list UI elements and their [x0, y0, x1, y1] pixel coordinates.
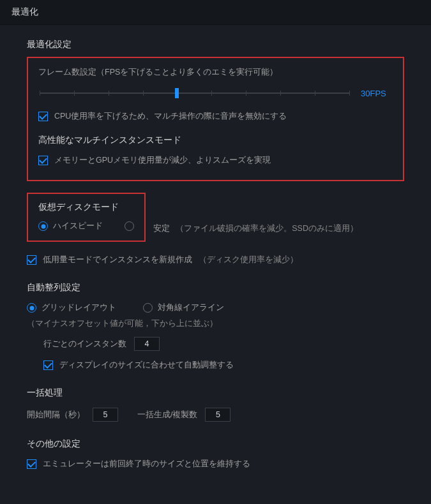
- remember-row: エミュレーターは前回終了時のサイズと位置を維持する: [27, 459, 404, 470]
- remember-checkbox[interactable]: [27, 459, 36, 469]
- mute-audio-checkbox[interactable]: [38, 112, 48, 121]
- align-diagonal-radio[interactable]: [143, 303, 153, 313]
- low-usage-row: 低用量モードでインスタンスを新規作成 （ディスク使用率を減少）: [27, 255, 404, 265]
- remember-label: エミュレーターは前回終了時のサイズと位置を維持する: [43, 459, 250, 470]
- fps-slider[interactable]: [40, 87, 349, 100]
- batch-interval-input[interactable]: 5: [93, 408, 118, 422]
- per-row-input[interactable]: 4: [134, 337, 160, 351]
- per-row-label: 行ごとのインスタン数: [43, 339, 126, 350]
- disk-stable-note: （ファイル破損の確率を減少。SSDのみに適用）: [176, 224, 358, 233]
- align-diagonal-note: （マイナスオフセット値が可能，下から上に並ぶ）: [27, 318, 218, 329]
- other-section: その他の設定 エミュレーターは前回終了時のサイズと位置を維持する: [27, 438, 404, 470]
- content-area: 最適化設定 フレーム数設定（FPSを下げることより多くのエミを実行可能） 30F…: [0, 25, 431, 487]
- fps-slider-row: 30FPS: [38, 87, 393, 100]
- disk-stable-label: 安定: [153, 224, 170, 233]
- align-indent: 行ごとのインスタン数 4 ディスプレイのサイズに合わせて自動調整する: [27, 337, 404, 371]
- disk-stable-radio[interactable]: [125, 221, 134, 231]
- optimization-highlight-box: フレーム数設定（FPSを下げることより多くのエミを実行可能） 30FPS CPU…: [27, 57, 404, 181]
- align-grid-radio[interactable]: [27, 303, 36, 313]
- align-diagonal-label: 対角線イアライン: [158, 302, 224, 313]
- perf-mode-label: メモリーとGPUメモリ使用量が減少、よりスムーズを実現: [54, 155, 271, 166]
- frame-rate-label: フレーム数設定（FPSを下げることより多くのエミを実行可能）: [38, 67, 393, 78]
- disk-hispeed-radio[interactable]: [38, 221, 48, 231]
- disk-hispeed-label: ハイスピード: [53, 221, 103, 232]
- align-title: 自動整列設定: [27, 282, 404, 293]
- autofit-row: ディスプレイのサイズに合わせて自動調整する: [43, 360, 404, 371]
- align-section: 自動整列設定 グリッドレイアウト 対角線イアライン （マイナスオフセット値が可能…: [27, 282, 404, 371]
- fps-slider-thumb[interactable]: [175, 88, 179, 98]
- low-usage-note: （ディスク使用率を減少）: [199, 255, 298, 265]
- disk-mode-radios-inner: ハイスピード: [38, 221, 134, 232]
- align-grid-label: グリッドレイアウト: [42, 302, 116, 313]
- batch-fields: 開始間隔（秒） 5 一括生成/複製数 5: [27, 408, 404, 422]
- window-titlebar: 最適化: [0, 0, 431, 25]
- disk-mode-title: 仮想ディスクモード: [38, 202, 134, 213]
- fps-value: 30FPS: [361, 89, 391, 98]
- align-radio-row: グリッドレイアウト 対角線イアライン （マイナスオフセット値が可能，下から上に並…: [27, 302, 404, 329]
- low-usage-label: 低用量モードでインスタンスを新規作成: [43, 255, 192, 265]
- batch-interval-label: 開始間隔（秒）: [27, 410, 85, 420]
- perf-mode-checkbox[interactable]: [38, 156, 48, 165]
- other-title: その他の設定: [27, 438, 404, 450]
- autofit-label: ディスプレイのサイズに合わせて自動調整する: [59, 360, 234, 371]
- window-title: 最適化: [11, 6, 38, 17]
- per-row-field: 行ごとのインスタン数 4: [43, 337, 404, 351]
- batch-count-input[interactable]: 5: [205, 408, 231, 422]
- mute-audio-row: CPU使用率を下げるため、マルチ操作の際に音声を無効にする: [38, 111, 393, 122]
- mute-audio-label: CPU使用率を下げるため、マルチ操作の際に音声を無効にする: [54, 111, 287, 122]
- perf-mode-row: メモリーとGPUメモリ使用量が減少、よりスムーズを実現: [38, 155, 393, 166]
- low-usage-checkbox[interactable]: [27, 255, 36, 265]
- disk-mode-highlight-box: 仮想ディスクモード ハイスピード: [27, 193, 146, 242]
- perf-mode-title: 高性能なマルチインスタンスモード: [38, 135, 393, 146]
- optimization-title: 最適化設定: [27, 39, 404, 50]
- batch-section: 一括処理 開始間隔（秒） 5 一括生成/複製数 5: [27, 387, 404, 422]
- batch-count-label: 一括生成/複製数: [137, 410, 197, 420]
- autofit-checkbox[interactable]: [43, 360, 53, 370]
- batch-title: 一括処理: [27, 387, 404, 399]
